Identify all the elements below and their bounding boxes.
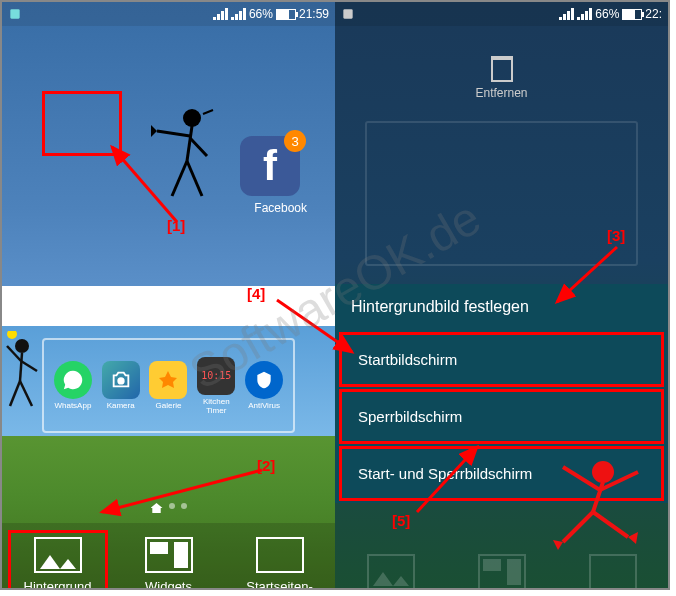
- signal-icon-2: [231, 8, 246, 20]
- svg-rect-0: [10, 9, 19, 18]
- option-lockscreen[interactable]: Sperrbildschirm: [339, 389, 664, 444]
- wallpaper-icon: [367, 554, 415, 589]
- annotation-2: [2]: [257, 457, 275, 474]
- svg-point-1: [183, 109, 201, 127]
- app-antivirus[interactable]: AntiVirus: [243, 361, 285, 410]
- stick-figure-yellow-icon: [2, 331, 52, 411]
- svg-line-14: [20, 381, 32, 406]
- status-bar: 66% 22:: [335, 2, 668, 26]
- home-settings-button[interactable]: Startseiten-: [230, 537, 330, 588]
- battery-pct: 66%: [249, 7, 273, 21]
- screenshot-icon: [8, 7, 22, 21]
- status-bar: 66% 21:59: [2, 2, 335, 26]
- wallpaper-button[interactable]: Hintergrund: [8, 530, 108, 588]
- stick-figure-red-icon: [528, 442, 648, 552]
- battery-icon: [276, 9, 296, 20]
- signal-icon: [559, 8, 574, 20]
- svg-point-16: [592, 461, 614, 483]
- page-preview[interactable]: WhatsApp Kamera Galerie 10:15 Kitchen Ti…: [42, 338, 295, 433]
- annotation-1: [1]: [167, 217, 185, 234]
- app-gallery[interactable]: Galerie: [147, 361, 189, 410]
- annotation-4: [4]: [247, 285, 265, 302]
- arrow-5: [412, 437, 492, 517]
- svg-line-20: [563, 512, 593, 542]
- svg-point-8: [15, 339, 29, 353]
- edit-toolbar: Hintergrund Widgets Startseiten-: [2, 523, 335, 588]
- svg-rect-15: [343, 9, 352, 18]
- svg-line-3: [157, 131, 190, 136]
- facebook-label: Facebook: [254, 201, 307, 215]
- arrow-3: [547, 242, 627, 312]
- settings-grid-icon: [256, 537, 304, 573]
- widgets-icon: [478, 554, 526, 589]
- battery-icon: [622, 9, 642, 20]
- settings-icon: [589, 554, 637, 589]
- arrow-2: [92, 462, 272, 522]
- annotation-3: [3]: [607, 227, 625, 244]
- svg-point-7: [117, 377, 124, 384]
- svg-line-12: [21, 361, 37, 371]
- widgets-button[interactable]: Widgets: [119, 537, 219, 588]
- notification-badge: 3: [284, 130, 306, 152]
- svg-line-24: [557, 247, 617, 302]
- svg-line-23: [102, 470, 262, 512]
- clock: 22:: [645, 7, 662, 21]
- widgets-icon: [145, 537, 193, 573]
- wallpaper-icon: [34, 537, 82, 573]
- remove-drop-target[interactable]: Entfernen: [335, 56, 668, 100]
- svg-line-26: [417, 447, 477, 512]
- svg-line-25: [277, 300, 352, 352]
- svg-point-9: [7, 331, 17, 339]
- signal-icon-2: [577, 8, 592, 20]
- svg-line-13: [10, 381, 20, 406]
- facebook-app-icon[interactable]: f 3: [240, 136, 300, 196]
- facebook-f-icon: f: [263, 142, 277, 190]
- app-timer[interactable]: 10:15 Kitchen Timer: [195, 357, 237, 415]
- homescreen-edit-mode: WhatsApp Kamera Galerie 10:15 Kitchen Ti…: [2, 326, 335, 588]
- screenshot-icon: [341, 7, 355, 21]
- clock: 21:59: [299, 7, 329, 21]
- signal-icon: [213, 8, 228, 20]
- arrow-4: [272, 292, 362, 362]
- svg-line-21: [593, 512, 628, 537]
- app-whatsapp[interactable]: WhatsApp: [52, 361, 94, 410]
- annotation-5: [5]: [392, 512, 410, 529]
- option-homescreen[interactable]: Startbildschirm: [339, 332, 664, 387]
- svg-line-10: [20, 353, 22, 381]
- battery-pct: 66%: [595, 7, 619, 21]
- app-camera[interactable]: Kamera: [100, 361, 142, 410]
- svg-line-22: [112, 147, 177, 222]
- trash-icon: [491, 56, 513, 82]
- svg-line-4: [190, 138, 207, 156]
